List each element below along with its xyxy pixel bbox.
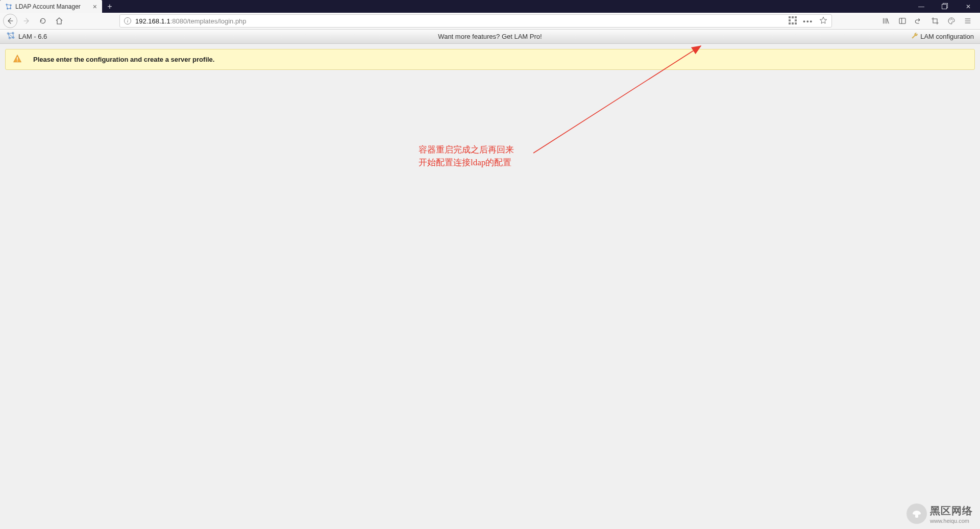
url-bar[interactable]: i 192.168.1.1:8080/templates/login.php •…: [119, 14, 832, 28]
toolbar-right: [880, 15, 977, 27]
lam-pro-link[interactable]: Want more features? Get LAM Pro!: [438, 33, 542, 40]
annotation-text: 容器重启完成之后再回来 开始配置连接ldap的配置: [419, 144, 514, 169]
message-container: Please enter the configuration and creat…: [0, 44, 980, 75]
svg-rect-12: [792, 22, 794, 24]
svg-rect-10: [795, 19, 797, 21]
window-close-icon[interactable]: ✕: [957, 3, 980, 10]
svg-point-16: [950, 19, 951, 20]
window-controls: — ✕: [910, 0, 980, 13]
svg-rect-26: [915, 514, 918, 518]
svg-rect-24: [17, 61, 18, 62]
lam-header: LAM - 6.6 Want more features? Get LAM Pr…: [0, 30, 980, 44]
watermark-logo-icon: [906, 503, 927, 524]
bookmark-star-icon[interactable]: [819, 16, 827, 26]
nav-home-button[interactable]: [52, 14, 66, 28]
window-title-bar: LDAP Account Manager × + — ✕: [0, 0, 980, 13]
wrench-icon: [911, 32, 918, 41]
watermark-text: 黑区网络 www.heiqu.com: [930, 504, 973, 524]
window-restore-icon[interactable]: [933, 3, 957, 10]
qr-icon[interactable]: [789, 16, 797, 26]
annotation-arrow: [0, 0, 980, 529]
lam-configuration-text: LAM configuration: [920, 33, 974, 40]
undo-icon[interactable]: [913, 15, 925, 27]
hamburger-menu-icon[interactable]: [962, 15, 974, 27]
page-content: LAM - 6.6 Want more features? Get LAM Pr…: [0, 30, 980, 75]
svg-rect-13: [795, 22, 797, 24]
lam-configuration-link[interactable]: LAM configuration: [911, 32, 974, 41]
nav-reload-button[interactable]: [36, 14, 50, 28]
svg-point-17: [951, 19, 952, 20]
crop-icon[interactable]: [929, 15, 941, 27]
warning-icon: [13, 54, 22, 65]
tab-close-icon[interactable]: ×: [93, 3, 97, 10]
lam-version-text: LAM - 6.6: [18, 33, 47, 40]
warning-message: Please enter the configuration and creat…: [5, 49, 975, 70]
window-minimize-icon[interactable]: —: [910, 3, 933, 10]
watermark-line2: www.heiqu.com: [930, 518, 973, 524]
svg-rect-6: [789, 16, 791, 18]
lam-logo-icon: [6, 31, 15, 42]
nav-toolbar: i 192.168.1.1:8080/templates/login.php •…: [0, 13, 980, 30]
svg-rect-14: [899, 18, 905, 24]
palette-icon[interactable]: [945, 15, 958, 27]
nav-back-button[interactable]: [3, 14, 17, 28]
tab-favicon-icon: [5, 3, 12, 10]
svg-point-18: [952, 19, 953, 20]
new-tab-button[interactable]: +: [102, 0, 117, 13]
page-actions-icon[interactable]: •••: [803, 17, 813, 25]
watermark-line1: 黑区网络: [930, 504, 973, 518]
svg-rect-5: [942, 4, 947, 9]
watermark: 黑区网络 www.heiqu.com: [906, 503, 973, 524]
annotation-line1: 容器重启完成之后再回来: [419, 144, 514, 157]
library-icon[interactable]: [880, 15, 892, 27]
annotation-line2: 开始配置连接ldap的配置: [419, 157, 514, 169]
nav-forward-button[interactable]: [19, 14, 34, 28]
url-actions: •••: [789, 16, 827, 26]
svg-rect-7: [792, 16, 794, 18]
svg-rect-11: [789, 22, 791, 24]
tab-title: LDAP Account Manager: [15, 3, 90, 10]
sidebar-icon[interactable]: [896, 15, 909, 27]
site-info-icon[interactable]: i: [124, 17, 131, 24]
svg-rect-9: [789, 19, 791, 21]
lam-version: LAM - 6.6: [6, 31, 47, 42]
url-text: 192.168.1.1:8080/templates/login.php: [135, 17, 785, 25]
svg-rect-8: [795, 16, 797, 18]
svg-rect-23: [17, 57, 18, 60]
browser-tab[interactable]: LDAP Account Manager ×: [0, 0, 102, 13]
warning-text: Please enter the configuration and creat…: [33, 56, 214, 63]
tab-strip: LDAP Account Manager × +: [0, 0, 117, 13]
